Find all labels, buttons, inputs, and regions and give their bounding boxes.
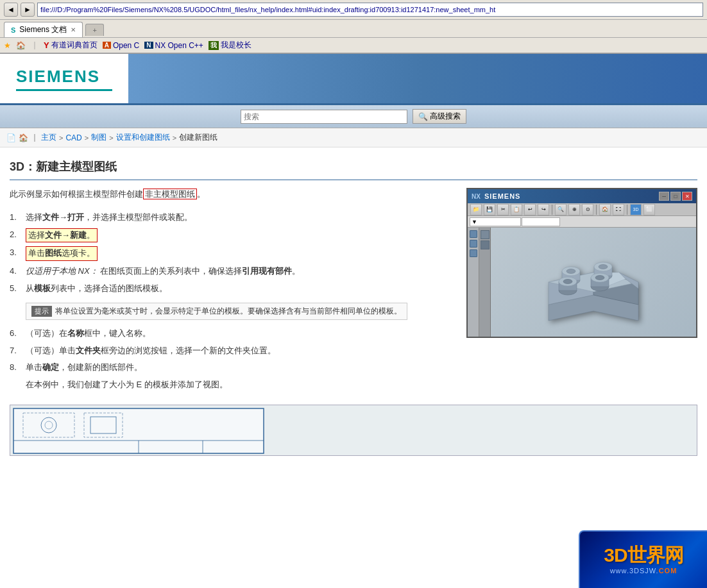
advanced-search-label: 高级搜索 bbox=[430, 111, 461, 122]
search-bar: 🔍 高级搜索 bbox=[0, 105, 707, 128]
nx-tool-btn[interactable]: 📁 bbox=[470, 204, 482, 215]
step-5: 5. 从模板列表中，选择合适的图纸模板。 bbox=[10, 282, 457, 296]
forward-button[interactable]: ► bbox=[21, 3, 35, 17]
nx-tool-btn[interactable]: 🔍 bbox=[555, 204, 566, 215]
nx-window-buttons: ─ □ ✕ bbox=[659, 192, 692, 201]
nx-minimize-button[interactable]: ─ bbox=[659, 192, 669, 201]
drawing-preview bbox=[10, 405, 697, 456]
nx-sidebar bbox=[468, 228, 479, 337]
siemens-logo-text: SIEMENS bbox=[16, 67, 112, 87]
content-left: 此示例显示如何根据主模型部件创建非主模型图纸。 1. 选择文件→打开，并选择主模… bbox=[10, 188, 457, 398]
step-8-num: 8. bbox=[10, 361, 22, 374]
breadcrumb-home-icon[interactable]: 📄 bbox=[6, 133, 16, 142]
breadcrumb-home-icon2[interactable]: 🏠 bbox=[19, 133, 28, 142]
step-3: 3. 单击图纸选项卡。 bbox=[10, 246, 457, 261]
breadcrumb-home-link[interactable]: 主页 bbox=[41, 132, 56, 143]
search-input[interactable] bbox=[241, 110, 407, 124]
nx-tool-btn[interactable]: ⛶ bbox=[613, 204, 624, 215]
nx-toolbar-1: 📁 💾 ✂ 📋 ↩ ↪ 🔍 ⊕ ⊙ 🏠 ⛶ 3D bbox=[468, 203, 696, 216]
breadcrumb-current: 创建新图纸 bbox=[179, 132, 217, 143]
advanced-search-button[interactable]: 🔍 高级搜索 bbox=[413, 109, 466, 124]
step-5-text: 从模板列表中，选择合适的图纸模板。 bbox=[26, 282, 167, 296]
nx-tool-btn[interactable]: ↪ bbox=[538, 204, 549, 215]
breadcrumb-sep1: > bbox=[59, 134, 63, 142]
step-1-text: 选择文件→打开，并选择主模型部件或装配。 bbox=[26, 211, 192, 224]
nx-tool-btn[interactable]: ↩ bbox=[524, 204, 536, 215]
nx-tool-btn[interactable]: 🏠 bbox=[599, 204, 611, 215]
svg-point-13 bbox=[599, 265, 608, 269]
step-4: 4. 仅适用于本地 NX： 在图纸页面上的关系列表中，确保选择引用现有部件。 bbox=[10, 265, 457, 278]
bookmark-youdao[interactable]: Y 有道词典首页 bbox=[44, 40, 98, 51]
step-4-text: 仅适用于本地 NX： 在图纸页面上的关系列表中，确保选择引用现有部件。 bbox=[26, 265, 300, 278]
nx-tool-btn[interactable]: ⊙ bbox=[582, 204, 593, 215]
tab-label: Siemens 文档 bbox=[19, 24, 67, 35]
bookmark-youdao-label: 有道词典首页 bbox=[51, 40, 98, 51]
siemens-logo-line bbox=[16, 89, 112, 91]
tab-bar: S Siemens 文档 ✕ + bbox=[0, 20, 707, 38]
svg-point-17 bbox=[563, 280, 572, 284]
step-6-text: （可选）在名称框中，键入名称。 bbox=[26, 327, 151, 340]
bookmark-star-icon[interactable]: ★ bbox=[4, 41, 11, 50]
nx-side-icon-2[interactable] bbox=[470, 240, 477, 248]
bookmark-separator: ｜ bbox=[31, 40, 38, 51]
steps-list: 1. 选择文件→打开，并选择主模型部件或装配。 2. 选择文件→新建。 3. 单… bbox=[10, 211, 457, 392]
nx-maximize-button[interactable]: □ bbox=[670, 192, 681, 201]
nx-window-title: SIEMENS bbox=[484, 192, 521, 200]
step-7-num: 7. bbox=[10, 344, 22, 358]
step-2-num: 2. bbox=[10, 228, 22, 243]
nx-tool-btn[interactable]: ⊕ bbox=[568, 204, 580, 215]
nx-screenshot-area: NX SIEMENS ─ □ ✕ 📁 💾 ✂ 📋 ↩ bbox=[466, 188, 697, 398]
nx-titlebar: NX SIEMENS ─ □ ✕ bbox=[468, 189, 696, 203]
step-7: 7. （可选）单击文件夹框旁边的浏览按钮，选择一个新的文件夹位置。 bbox=[10, 344, 457, 358]
step-2: 2. 选择文件→新建。 bbox=[10, 228, 457, 243]
step-note: 在本例中，我们创建了大小为 E 的模板并添加了视图。 bbox=[10, 378, 457, 392]
bookmark-nx-cpp[interactable]: N NX Open C++ bbox=[144, 41, 203, 50]
back-button[interactable]: ◄ bbox=[4, 3, 18, 17]
browser-chrome: ◄ ► S Siemens 文档 ✕ + ★ 🏠 ｜ Y 有道词典首页 A Op… bbox=[0, 0, 707, 54]
bookmark-grow[interactable]: 我 我是校长 bbox=[209, 40, 251, 51]
intro-paragraph: 此示例显示如何根据主模型部件创建非主模型图纸。 bbox=[10, 188, 457, 201]
nx-tool-btn[interactable]: 💾 bbox=[484, 204, 495, 215]
step-6-num: 6. bbox=[10, 327, 22, 340]
nx-nav-strip bbox=[479, 228, 491, 337]
nx-window: NX SIEMENS ─ □ ✕ 📁 💾 ✂ 📋 ↩ bbox=[466, 188, 697, 338]
nx-nav-icon[interactable] bbox=[481, 240, 490, 249]
nx-close-button[interactable]: ✕ bbox=[682, 192, 692, 201]
nx-tool-btn[interactable]: 3D bbox=[630, 204, 642, 215]
step-note-text: 在本例中，我们创建了大小为 E 的模板并添加了视图。 bbox=[26, 378, 228, 392]
breadcrumb-setup-link[interactable]: 设置和创建图纸 bbox=[116, 132, 170, 143]
tip-container: 提示 将单位设置为毫米或英寸时，会显示特定于单位的模板。要确保选择含有与当前部件… bbox=[26, 299, 457, 323]
svg-point-21 bbox=[595, 276, 604, 280]
nx-side-icon-1[interactable] bbox=[470, 230, 477, 238]
breadcrumb-sep2: > bbox=[85, 134, 89, 142]
nx-side-icon-3[interactable] bbox=[470, 249, 477, 257]
breadcrumb-sep0: ｜ bbox=[31, 132, 38, 143]
step-3-num: 3. bbox=[10, 246, 22, 261]
nx-tool-btn[interactable]: 📋 bbox=[511, 204, 522, 215]
bookmark-open-c[interactable]: A Open C bbox=[103, 41, 140, 50]
breadcrumb-cad-link[interactable]: CAD bbox=[65, 133, 81, 142]
tip-box: 提示 将单位设置为毫米或英寸时，会显示特定于单位的模板。要确保选择含有与当前部件… bbox=[26, 303, 407, 320]
nx-tool-btn[interactable]: ⬜ bbox=[643, 204, 655, 215]
nx-nav-icon[interactable] bbox=[481, 230, 490, 239]
main-content: 3D：新建主模型图纸 此示例显示如何根据主模型部件创建非主模型图纸。 1. 选择… bbox=[0, 147, 707, 462]
siemens-logo: SIEMENS bbox=[16, 67, 112, 91]
nx-tool-btn[interactable]: ✂ bbox=[497, 204, 509, 215]
bookmark-grow-label: 我是校长 bbox=[221, 40, 251, 51]
active-tab[interactable]: S Siemens 文档 ✕ bbox=[4, 22, 83, 37]
breadcrumb-drawing-link[interactable]: 制图 bbox=[91, 132, 106, 143]
intro-text-before: 此示例显示如何根据主模型部件创建 bbox=[10, 189, 143, 199]
bookmark-home-icon[interactable]: 🏠 bbox=[16, 41, 26, 50]
browser-nav-bar: ◄ ► bbox=[0, 0, 707, 20]
bookmarks-bar: ★ 🏠 ｜ Y 有道词典首页 A Open C N NX Open C++ 我 … bbox=[0, 38, 707, 53]
tip-text: 将单位设置为毫米或英寸时，会显示特定于单位的模板。要确保选择含有与当前部件相同单… bbox=[55, 306, 402, 317]
siemens-logo-area: SIEMENS bbox=[0, 54, 128, 103]
tab-close-button[interactable]: ✕ bbox=[71, 26, 76, 33]
step-1-num: 1. bbox=[10, 211, 22, 224]
address-bar[interactable] bbox=[37, 3, 703, 17]
nx-canvas bbox=[491, 228, 696, 337]
nx-dropdown-value: ▼ bbox=[472, 219, 477, 225]
inactive-tab[interactable]: + bbox=[85, 24, 103, 36]
step-4-num: 4. bbox=[10, 265, 22, 278]
tip-label: 提示 bbox=[31, 306, 52, 317]
